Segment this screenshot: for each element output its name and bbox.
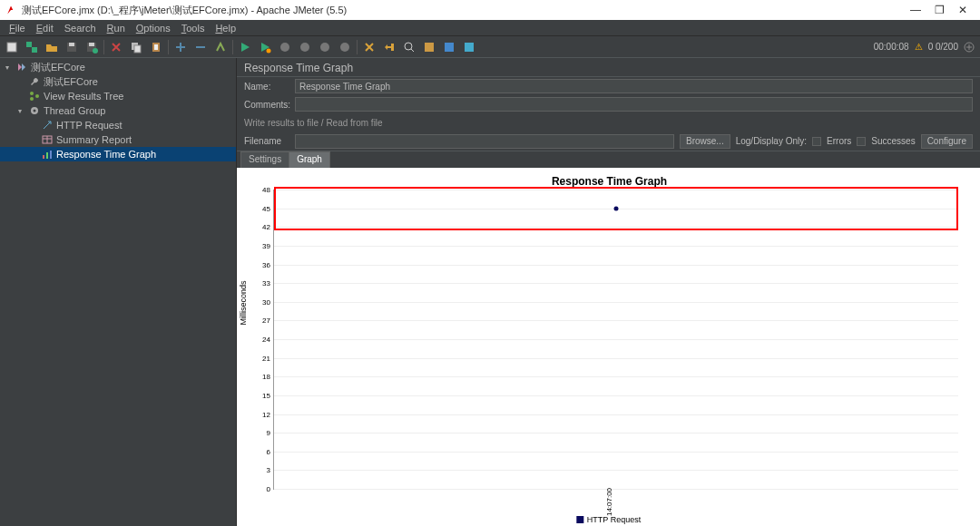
svg-point-15 xyxy=(267,48,271,53)
tree-node-view-results-tree[interactable]: View Results Tree xyxy=(0,89,236,103)
http-icon xyxy=(42,120,53,131)
shutdown-icon[interactable] xyxy=(296,38,314,56)
svg-rect-1 xyxy=(26,42,32,47)
xtick: 14:07:00 xyxy=(604,488,612,516)
save-icon[interactable] xyxy=(63,38,81,56)
menu-edit[interactable]: Edit xyxy=(31,23,59,34)
comments-input[interactable] xyxy=(295,97,973,112)
paste-icon[interactable] xyxy=(147,38,165,56)
filename-label: Filename xyxy=(244,136,289,146)
panel-heading: Response Time Graph xyxy=(237,58,980,77)
ytick: 27 xyxy=(258,317,270,325)
svg-point-16 xyxy=(280,43,289,52)
wrench-icon xyxy=(29,76,40,87)
menu-search[interactable]: Search xyxy=(59,23,102,34)
name-label: Name: xyxy=(244,82,289,92)
svg-rect-37 xyxy=(43,155,44,159)
configure-button[interactable]: Configure xyxy=(921,134,973,149)
toolbar: 00:00:08 ⚠ 0 0/200 xyxy=(0,36,980,58)
filename-input[interactable] xyxy=(295,134,674,149)
menu-tools[interactable]: Tools xyxy=(176,23,211,34)
reset-search-icon[interactable] xyxy=(420,38,438,56)
chart-plot: 036912151821242730333639424548 xyxy=(273,190,958,490)
window-maximize-button[interactable]: ❐ xyxy=(927,4,951,16)
copy-icon[interactable] xyxy=(127,38,145,56)
warning-icon[interactable]: ⚠ xyxy=(915,42,923,52)
svg-point-21 xyxy=(405,43,412,50)
browse-button[interactable]: Browse... xyxy=(680,134,730,149)
gear-icon xyxy=(29,105,40,116)
save-as-icon[interactable] xyxy=(83,38,101,56)
remote-stop-icon[interactable] xyxy=(336,38,354,56)
tree-node-http-request[interactable]: HTTP Request xyxy=(0,118,236,132)
errors-cb-label: Errors xyxy=(827,136,851,146)
menu-bar: File Edit Search Run Options Tools Help xyxy=(0,20,980,36)
stop-threads-icon[interactable] xyxy=(964,42,975,53)
window-titlebar: 测试EFCore.jmx (D:\_程序\jMeter\测试EFCore.jmx… xyxy=(0,0,980,20)
open-icon[interactable] xyxy=(43,38,61,56)
test-plan-tree[interactable]: ▾测试EFCore测试EFCoreView Results Tree▾Threa… xyxy=(0,58,237,526)
svg-rect-9 xyxy=(134,45,141,53)
window-title: 测试EFCore.jmx (D:\_程序\jMeter\测试EFCore.jmx… xyxy=(22,4,347,17)
table-icon xyxy=(42,134,53,145)
start-no-pause-icon[interactable] xyxy=(256,38,274,56)
templates-icon[interactable] xyxy=(23,38,41,56)
search-icon[interactable] xyxy=(400,38,418,56)
ytick: 18 xyxy=(258,373,270,381)
comments-label: Comments: xyxy=(244,100,289,110)
chart-icon xyxy=(42,149,53,160)
jmeter-logo-icon xyxy=(5,5,16,15)
window-minimize-button[interactable]: — xyxy=(904,4,927,16)
ytick: 30 xyxy=(258,297,270,306)
thread-count: 0 0/200 xyxy=(928,42,958,52)
toggle-icon[interactable] xyxy=(211,38,230,56)
svg-point-31 xyxy=(30,97,34,101)
ytick: 24 xyxy=(258,336,270,344)
tree-node-测试efcore[interactable]: ▾测试EFCore xyxy=(0,60,236,74)
svg-point-33 xyxy=(34,110,36,112)
data-point xyxy=(614,206,619,210)
successes-checkbox[interactable] xyxy=(857,137,866,146)
chart-ylabel: Milliseconds xyxy=(239,280,248,325)
remote-start-icon[interactable] xyxy=(316,38,334,56)
legend-swatch xyxy=(576,516,583,523)
errors-checkbox[interactable] xyxy=(812,137,821,146)
cut-icon[interactable] xyxy=(107,38,125,56)
start-icon[interactable] xyxy=(236,38,254,56)
svg-rect-6 xyxy=(89,43,94,46)
menu-run[interactable]: Run xyxy=(102,23,131,34)
expand-icon[interactable] xyxy=(172,38,190,56)
menu-options[interactable]: Options xyxy=(131,23,176,34)
tree-node-测试efcore[interactable]: 测试EFCore xyxy=(0,74,236,89)
ytick: 45 xyxy=(258,204,270,212)
clear-all-icon[interactable] xyxy=(380,38,398,56)
stop-icon[interactable] xyxy=(276,38,294,56)
svg-rect-0 xyxy=(7,43,16,52)
new-icon[interactable] xyxy=(3,38,21,56)
tab-graph[interactable]: Graph xyxy=(289,151,330,168)
menu-help[interactable]: Help xyxy=(210,23,241,34)
plan-icon xyxy=(16,62,27,73)
menu-file[interactable]: File xyxy=(4,23,31,34)
svg-point-7 xyxy=(93,48,98,54)
chart-legend: HTTP Request xyxy=(576,515,641,524)
tree-node-response-time-graph[interactable]: Response Time Graph xyxy=(0,147,236,161)
collapse-icon[interactable] xyxy=(191,38,210,56)
window-close-button[interactable]: ✕ xyxy=(951,4,975,16)
tab-settings[interactable]: Settings xyxy=(240,151,289,168)
name-input[interactable] xyxy=(295,79,973,93)
svg-point-30 xyxy=(35,94,39,98)
ytick: 33 xyxy=(258,279,270,287)
write-results-hint: Write results to file / Read from file xyxy=(244,118,383,128)
help-icon[interactable] xyxy=(460,38,478,56)
svg-rect-4 xyxy=(69,43,74,46)
tree-node-thread-group[interactable]: ▾Thread Group xyxy=(0,103,236,118)
function-helper-icon[interactable] xyxy=(440,38,458,56)
tree-node-summary-report[interactable]: Summary Report xyxy=(0,132,236,147)
ytick: 9 xyxy=(258,429,270,437)
logdisplay-label: Log/Display Only: xyxy=(736,136,807,146)
elapsed-time: 00:00:08 xyxy=(874,42,909,52)
svg-rect-20 xyxy=(391,44,394,51)
clear-icon[interactable] xyxy=(360,38,378,56)
ytick: 0 xyxy=(258,485,270,493)
